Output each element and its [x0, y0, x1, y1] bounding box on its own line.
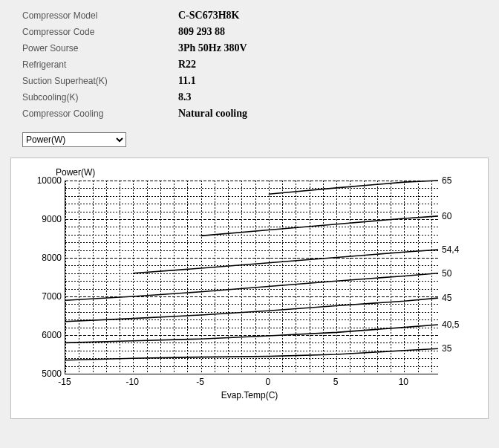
y-tick-label: 8000	[25, 253, 62, 263]
spec-label: Suction Superheat(K)	[22, 76, 178, 86]
series-label: 50	[442, 268, 451, 279]
spec-row: RefrigerantR22	[22, 56, 477, 73]
chart-x-title: Evap.Temp(C)	[22, 390, 477, 400]
spec-label: Compressor Cooling	[22, 108, 178, 119]
chart-select-wrap: Power(W)	[0, 128, 499, 155]
spec-label: Subcooling(K)	[22, 92, 178, 103]
spec-value: R22	[178, 59, 196, 71]
series-label: 45	[442, 293, 451, 303]
x-tick-label: -10	[126, 377, 139, 387]
x-tick-label: 10	[399, 377, 408, 387]
chart-frame: Power(W) Evap.Temp(C) 500060007000800090…	[22, 167, 477, 412]
series-label: 65	[442, 175, 451, 186]
spec-row: Power Sourse3Ph 50Hz 380V	[22, 40, 477, 56]
y-tick-label: 7000	[25, 291, 62, 302]
spec-value: 3Ph 50Hz 380V	[178, 42, 247, 54]
y-tick-label: 5000	[25, 369, 62, 379]
series-label: 60	[442, 211, 451, 221]
spec-value: 11.1	[178, 75, 196, 87]
chart-y-title: Power(W)	[56, 167, 95, 178]
spec-row: Suction Superheat(K)11.1	[22, 73, 477, 89]
series-label: 54,4	[442, 244, 459, 255]
series-line	[269, 181, 438, 194]
spec-value: 809 293 88	[178, 26, 225, 38]
chart-type-select[interactable]: Power(W)	[22, 132, 126, 147]
chart-panel: Power(W) Evap.Temp(C) 500060007000800090…	[10, 158, 489, 419]
y-tick-label: 6000	[25, 330, 62, 340]
chart-lines	[65, 181, 438, 374]
spec-label: Power Sourse	[22, 43, 178, 53]
x-tick-label: -5	[196, 377, 204, 387]
spec-label: Refrigerant	[22, 59, 178, 70]
spec-value: 8.3	[178, 91, 192, 103]
series-line	[65, 298, 438, 322]
spec-value: C-SC673H8K	[178, 10, 239, 22]
x-tick-label: -15	[58, 377, 71, 387]
spec-table: Compressor ModelC-SC673H8KCompressor Cod…	[0, 0, 499, 128]
spec-value: Natural cooling	[178, 108, 247, 120]
spec-row: Subcooling(K)8.3	[22, 89, 477, 105]
series-label: 35	[442, 343, 451, 354]
spec-row: Compressor CoolingNatural cooling	[22, 105, 477, 122]
plot-area	[65, 181, 438, 374]
x-tick-label: 0	[265, 377, 270, 387]
series-label: 40,5	[442, 319, 459, 330]
spec-row: Compressor ModelC-SC673H8K	[22, 7, 477, 24]
y-tick-label: 10000	[25, 175, 62, 186]
series-line	[133, 250, 438, 273]
y-tick-label: 9000	[25, 214, 62, 224]
spec-label: Compressor Model	[22, 10, 178, 21]
spec-label: Compressor Code	[22, 27, 178, 37]
x-tick-label: 5	[333, 377, 339, 387]
spec-row: Compressor Code809 293 88	[22, 24, 477, 40]
